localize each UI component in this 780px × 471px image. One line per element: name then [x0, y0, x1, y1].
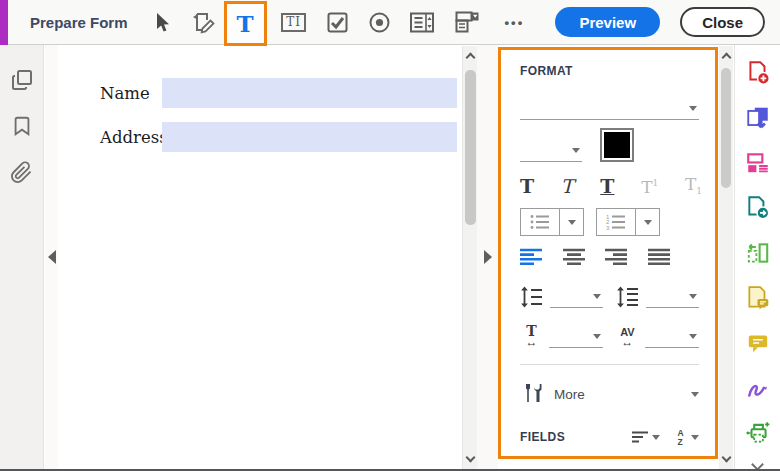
numbered-list-icon: 1 2 3: [605, 213, 627, 231]
bulleted-list-group: [520, 208, 584, 236]
send-for-comments-button[interactable]: [744, 284, 772, 312]
size-color-row: [520, 128, 699, 162]
bold-button[interactable]: T: [520, 177, 534, 196]
attachments-button[interactable]: [9, 159, 35, 185]
add-checkbox-tool[interactable]: [325, 9, 351, 35]
dropdown-caret-icon: [691, 435, 699, 440]
dropdown-caret-icon: [593, 334, 601, 339]
align-left-button-active[interactable]: [520, 248, 542, 266]
horizontal-scaling-button[interactable]: T ↔: [520, 322, 543, 348]
radio-button-icon: [369, 12, 390, 33]
dropdown-caret-icon: [593, 294, 601, 299]
page-thumbnails-button[interactable]: [9, 67, 35, 93]
checkbox-icon: [327, 12, 348, 33]
sort-by-tab-order-button[interactable]: [631, 430, 660, 444]
create-pdf-icon: [745, 60, 771, 86]
address-text-field[interactable]: [162, 122, 457, 152]
add-dropdown-tool[interactable]: [455, 9, 481, 35]
subscript-button[interactable]: T1: [685, 176, 702, 196]
name-field-label: Name: [100, 84, 162, 103]
combine-files-button[interactable]: [744, 104, 772, 132]
paragraph-spacing-dropdown[interactable]: [646, 286, 699, 308]
document-page: Name Address: [58, 45, 462, 469]
collapse-left-panel-arrow[interactable]: [48, 250, 56, 264]
format-panel-scrollbar-thumb[interactable]: [721, 68, 731, 188]
more-tools-ellipsis[interactable]: •••: [505, 15, 525, 30]
select-cursor-tool[interactable]: [150, 9, 176, 35]
document-scrollbar[interactable]: [462, 46, 477, 469]
align-right-button[interactable]: [605, 248, 627, 266]
close-button[interactable]: Close: [680, 7, 765, 37]
create-pdf-button[interactable]: [744, 59, 772, 87]
fields-section-title: FIELDS: [520, 430, 565, 444]
align-left-icon: [520, 248, 542, 266]
add-list-box-tool[interactable]: [409, 9, 435, 35]
edit-fields-tool[interactable]: [190, 9, 216, 35]
organize-pages-button[interactable]: [744, 239, 772, 267]
svg-text:3: 3: [606, 225, 610, 231]
format-section-title: FORMAT: [520, 64, 699, 78]
italic-button[interactable]: T: [561, 177, 574, 196]
text-field-icon: T: [236, 12, 253, 35]
scroll-down-arrow-icon[interactable]: [722, 453, 732, 463]
more-label: More: [554, 387, 585, 402]
tools-icon: [520, 382, 544, 406]
kerning-button[interactable]: AV ↔: [616, 322, 639, 348]
sort-az-icon: A Z: [676, 428, 688, 446]
panel-divider: [520, 364, 699, 365]
dropdown-caret-icon: [689, 294, 697, 299]
comment-bubble-icon: [745, 330, 771, 356]
more-properties-button[interactable]: More: [520, 381, 699, 407]
dropdown-caret-icon: [568, 220, 576, 225]
underline-button[interactable]: T: [600, 177, 614, 196]
add-text-area-tool[interactable]: TI: [279, 9, 309, 35]
kerning-dropdown[interactable]: [645, 326, 699, 348]
align-center-button[interactable]: [563, 248, 585, 266]
cursor-arrow-icon: [153, 12, 172, 33]
scroll-up-arrow-icon[interactable]: [466, 53, 476, 63]
scan-and-ocr-button[interactable]: [744, 419, 772, 447]
font-size-dropdown[interactable]: [520, 136, 582, 162]
edit-pdf-button[interactable]: [744, 149, 772, 177]
left-navigation-rail: [0, 45, 44, 469]
line-spacing-button[interactable]: [520, 282, 544, 308]
add-radio-button-tool[interactable]: [367, 9, 393, 35]
numbered-list-button[interactable]: 1 2 3: [597, 209, 635, 235]
line-spacing-dropdown[interactable]: [550, 286, 603, 308]
format-panel-scrollbar[interactable]: [719, 46, 733, 469]
text-color-picker[interactable]: [600, 128, 634, 162]
address-field-label: Address: [100, 128, 162, 147]
sort-alphabetical-button[interactable]: A Z: [676, 428, 699, 446]
form-row-name: Name: [100, 78, 462, 108]
bookmarks-button[interactable]: [9, 113, 35, 139]
preview-button[interactable]: Preview: [555, 7, 660, 37]
superscript-button[interactable]: T1: [641, 179, 658, 196]
scroll-up-arrow-icon[interactable]: [722, 53, 732, 63]
right-tools-rail: [734, 45, 780, 469]
kerning-icon: AV ↔: [620, 327, 634, 348]
signature-pen-icon: [745, 375, 771, 401]
format-panel-annotation-highlight: FORMAT T T T T1 T1: [498, 47, 718, 459]
bulleted-list-options-button[interactable]: [559, 209, 583, 235]
numbered-list-options-button[interactable]: [635, 209, 659, 235]
page-thumbnails-icon: [10, 68, 34, 92]
fill-and-sign-button[interactable]: [744, 374, 772, 402]
collapse-right-panel-arrow[interactable]: [484, 250, 492, 264]
document-scrollbar-thumb[interactable]: [465, 70, 476, 225]
sort-lines-icon: [631, 430, 649, 444]
name-text-field[interactable]: [162, 78, 457, 108]
scroll-down-arrow-icon[interactable]: [466, 453, 476, 463]
svg-text:Z: Z: [678, 437, 683, 446]
justify-button[interactable]: [648, 248, 670, 266]
add-text-field-tool-active[interactable]: T: [224, 1, 267, 46]
bulleted-list-button[interactable]: [521, 209, 559, 235]
paragraph-spacing-button[interactable]: [616, 282, 640, 308]
text-color-swatch: [604, 132, 630, 158]
right-panel-collapse-gutter: [477, 45, 498, 469]
export-pdf-button[interactable]: [744, 194, 772, 222]
comment-button[interactable]: [744, 329, 772, 357]
font-family-dropdown[interactable]: [520, 94, 699, 120]
align-center-icon: [563, 248, 585, 266]
horizontal-scaling-dropdown[interactable]: [549, 326, 603, 348]
numbered-list-group: 1 2 3: [596, 208, 660, 236]
